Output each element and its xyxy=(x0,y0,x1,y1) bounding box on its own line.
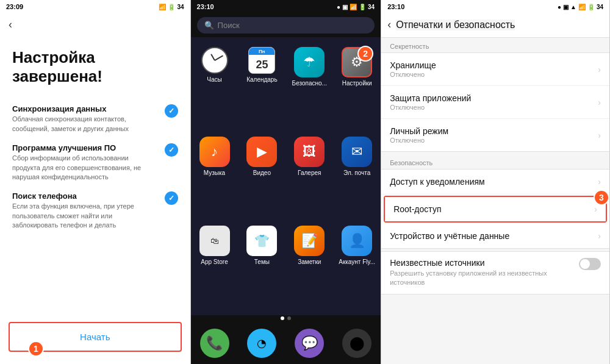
storage-value: Отключено xyxy=(390,71,598,78)
settings-header: ‹ Отпечатки и безопасность xyxy=(381,13,609,38)
setup-item-find: Поиск телефона Если эта функция включена… xyxy=(12,191,178,230)
section-label-security: Безопасность xyxy=(381,154,609,169)
page-dots xyxy=(191,315,381,324)
status-icons-3: ● ▣ ▲ 📶 🔋 34 xyxy=(558,4,603,10)
sync-check xyxy=(165,104,178,118)
settings-item-device[interactable]: Устройство и учётные данные › xyxy=(381,224,609,248)
app-video[interactable]: ▶ Видео xyxy=(238,132,285,221)
app-clock[interactable]: Часы xyxy=(191,42,239,132)
themes-icon: 👕 xyxy=(246,226,277,256)
improvement-check xyxy=(165,143,178,157)
setup-content: Настройказавершена! Синхронизация данных… xyxy=(0,36,190,316)
back-button-3[interactable]: ‹ xyxy=(387,18,391,31)
settings-item-private[interactable]: Личный режим Отключено › xyxy=(381,119,609,151)
sync-title: Синхронизация данных xyxy=(12,104,159,113)
settings-item-storage[interactable]: Хранилище Отключено › xyxy=(381,53,609,86)
app-clock-label: Часы xyxy=(207,76,221,83)
app-store-label: App Store xyxy=(201,259,228,265)
chevron-root: › xyxy=(594,204,597,214)
settings-item-app-protect[interactable]: Защита приложений Отключено › xyxy=(381,86,609,119)
video-icon: ▶ xyxy=(246,137,277,167)
settings-item-notifications[interactable]: Доступ к уведомлениям › xyxy=(381,170,609,194)
battery-level-3: 34 xyxy=(597,4,603,10)
app-security[interactable]: ☂ Безопасно... xyxy=(285,42,333,132)
settings-list-secret: Хранилище Отключено › Защита приложений … xyxy=(381,52,609,152)
app-protect-name: Защита приложений xyxy=(390,93,598,103)
improvement-title: Программа улучшения ПО xyxy=(12,143,159,152)
search-container: 🔍 Поиск xyxy=(191,13,381,37)
clock-icon xyxy=(201,47,228,74)
settings-list-security: Доступ к уведомлениям › Root-доступ › 3 xyxy=(381,169,609,249)
apps-grid: Часы Пн 25 Календарь ☂ Безопасно... ⚙ 2 … xyxy=(191,37,381,315)
search-placeholder: Поиск xyxy=(218,21,240,30)
status-time-2: 23:10 xyxy=(197,3,214,10)
account-icon: 👤 xyxy=(342,226,372,256)
storage-name: Хранилище xyxy=(390,60,598,70)
notes-icon: 📝 xyxy=(294,226,325,256)
unknown-sources-title: Неизвестные источники xyxy=(390,258,573,268)
search-icon: 🔍 xyxy=(204,21,214,30)
settings-header-title: Отпечатки и безопасность xyxy=(396,20,515,30)
dock: 📞 ◔ 💬 ⬤ xyxy=(191,324,381,364)
setup-title: Настройказавершена! xyxy=(12,48,178,86)
app-music-label: Музыка xyxy=(204,170,225,176)
settings-item-root[interactable]: Root-доступ › xyxy=(385,197,606,221)
app-store[interactable]: 🛍 App Store xyxy=(191,221,239,310)
status-bar-1: 23:09 📶 🔋 34 xyxy=(0,0,190,13)
panel-homescreen: 23:10 ● ▣ 📶 🔋 34 🔍 Поиск Часы Пн 25 xyxy=(191,0,382,364)
app-email-label: Эл. почта xyxy=(343,170,370,176)
battery-icon-2: 🔋 xyxy=(359,4,366,10)
battery-icon: 🔋 xyxy=(168,4,175,10)
alert-icon-3: ▲ xyxy=(570,4,576,10)
dock-sms[interactable]: 💬 xyxy=(295,329,324,358)
status-bar-3: 23:10 ● ▣ ▲ 📶 🔋 34 xyxy=(381,0,609,13)
device-name: Устройство и учётные данные xyxy=(390,231,598,241)
status-time-1: 23:09 xyxy=(6,3,23,10)
app-notes[interactable]: 📝 Заметки xyxy=(285,221,333,310)
app-calendar[interactable]: Пн 25 Календарь xyxy=(238,42,285,132)
status-icons-1: 📶 🔋 34 xyxy=(159,4,184,10)
app-gallery[interactable]: 🖼 Галерея xyxy=(285,132,333,221)
setup-item-sync: Синхронизация данных Облачная синхрониза… xyxy=(12,104,178,134)
notif-icon: ● xyxy=(337,4,340,10)
app-account[interactable]: 👤 Аккаунт Fly... xyxy=(333,221,381,310)
battery-level-2: 34 xyxy=(368,4,375,10)
wifi-icon-2: 📶 xyxy=(350,4,357,10)
img-icon-3: ▣ xyxy=(563,4,569,10)
app-video-label: Видео xyxy=(253,170,271,176)
gallery-icon: 🖼 xyxy=(294,137,325,167)
unknown-sources-item[interactable]: Неизвестные источники Разрешить установк… xyxy=(381,251,609,294)
root-wrapper: Root-доступ › 3 xyxy=(381,196,609,223)
find-title: Поиск телефона xyxy=(12,191,159,201)
back-button-1[interactable]: ‹ xyxy=(9,18,12,31)
status-time-3: 23:10 xyxy=(387,3,404,10)
app-security-label: Безопасно... xyxy=(292,80,327,87)
private-value: Отключено xyxy=(390,137,598,144)
search-bar[interactable]: 🔍 Поиск xyxy=(197,17,375,34)
security-icon: ☂ xyxy=(294,47,325,77)
root-name: Root-доступ xyxy=(393,204,594,214)
private-name: Личный режим xyxy=(390,126,598,136)
app-calendar-label: Календарь xyxy=(246,76,277,83)
dock-camera[interactable]: ⬤ xyxy=(342,329,371,358)
unknown-sources-desc: Разрешить установку приложений из неизве… xyxy=(390,269,573,288)
app-music[interactable]: ♪ Музыка xyxy=(191,132,239,221)
unknown-sources-toggle[interactable] xyxy=(579,258,601,270)
settings-scroll[interactable]: Секретность Хранилище Отключено › Защита… xyxy=(381,38,609,364)
panel-settings: 23:10 ● ▣ ▲ 📶 🔋 34 ‹ Отпечатки и безопас… xyxy=(381,0,610,364)
dot-1 xyxy=(281,316,284,320)
app-settings[interactable]: ⚙ 2 Настройки xyxy=(333,42,381,132)
badge-1: 1 xyxy=(28,341,44,357)
chevron-device: › xyxy=(598,231,601,241)
app-notes-label: Заметки xyxy=(298,259,321,265)
badge-3: 3 xyxy=(594,190,609,205)
dock-phone[interactable]: 📞 xyxy=(200,329,229,358)
dock-browser[interactable]: ◔ xyxy=(247,329,276,358)
app-account-label: Аккаунт Fly... xyxy=(339,259,375,265)
app-themes[interactable]: 👕 Темы xyxy=(238,221,285,310)
app-email[interactable]: ✉ Эл. почта xyxy=(333,132,381,221)
store-icon: 🛍 xyxy=(199,226,230,256)
find-check xyxy=(165,191,178,205)
improvement-desc: Сбор информации об использовании продукт… xyxy=(12,154,159,182)
setup-item-improvement: Программа улучшения ПО Сбор информации о… xyxy=(12,143,178,182)
